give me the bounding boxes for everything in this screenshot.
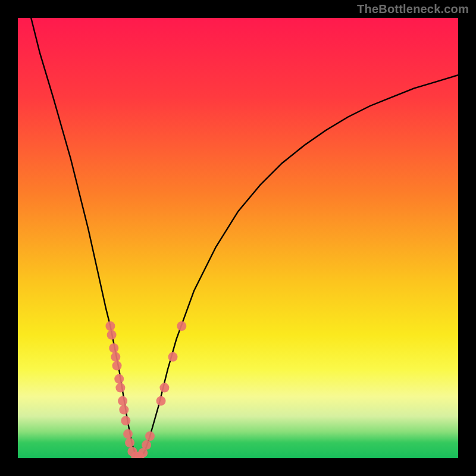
sample-dot bbox=[115, 383, 125, 393]
chart-svg bbox=[0, 0, 476, 476]
sample-dot bbox=[105, 321, 115, 331]
sample-dot bbox=[111, 352, 120, 362]
sample-dot bbox=[121, 416, 130, 425]
sample-dot bbox=[168, 352, 178, 362]
watermark-text: TheBottleneck.com bbox=[357, 2, 469, 16]
sample-dot bbox=[109, 343, 118, 353]
sample-dot bbox=[119, 405, 129, 415]
sample-dot bbox=[123, 429, 133, 439]
sample-dot bbox=[107, 330, 117, 340]
plot-background bbox=[18, 18, 458, 458]
sample-dot bbox=[145, 431, 155, 441]
sample-dot bbox=[156, 396, 166, 406]
sample-dot bbox=[118, 396, 127, 406]
sample-dot bbox=[125, 438, 134, 447]
chart-frame: TheBottleneck.com bbox=[0, 0, 476, 476]
sample-dot bbox=[159, 383, 169, 393]
sample-dot bbox=[114, 374, 124, 384]
sample-dot bbox=[142, 440, 151, 450]
sample-dot bbox=[112, 361, 122, 371]
sample-dot bbox=[177, 321, 186, 331]
